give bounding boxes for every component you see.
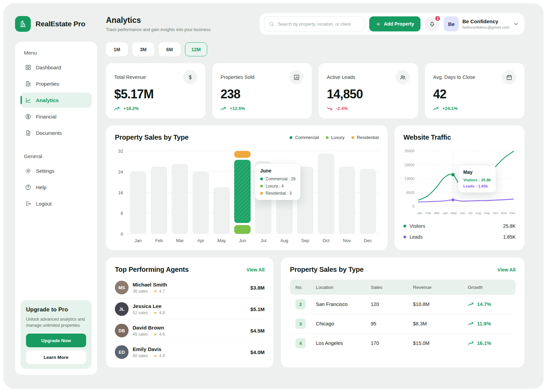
cell-sales: 120 [371,302,413,307]
bar-x-label: Nov [339,238,355,243]
profile-menu[interactable]: Be Be Confidency helloconfidenc@gmail.co… [444,16,520,31]
bar-may[interactable] [213,151,230,234]
bar-chart-y-axis: 08162432 [115,151,127,234]
traffic-x-label: Jan [417,211,422,215]
sidebar-item-label: Help [36,184,46,190]
bar-value[interactable] [339,167,355,234]
bar-x-label: Oct [318,238,334,243]
bar-apr[interactable] [192,151,209,234]
bar-value[interactable] [360,169,376,234]
bar-jun[interactable] [234,151,251,234]
cell-sales: 95 [371,321,413,326]
residential-segment[interactable] [234,151,251,158]
cell-sales: 170 [371,340,413,346]
table-row[interactable]: 2 San Francisco 120 $10.8M 14.7% [290,295,516,314]
kpi-label: Active Leads [327,74,355,80]
sidebar-item-help[interactable]: Help [21,180,92,195]
bar-value[interactable] [172,164,188,234]
bar-value[interactable] [318,154,334,234]
range-chip-3m[interactable]: 3M [132,42,154,56]
sidebar-item-dashboard[interactable]: Dashboard [21,60,92,75]
row-number-badge: 3 [295,319,306,329]
bar-dec[interactable] [360,151,376,234]
upgrade-card: Upgrade to Pro Unlock advanced analytics… [21,300,92,369]
sidebar-item-analytics[interactable]: Analytics [21,93,92,108]
app-window: RealEstate Pro Analytics Track performan… [3,3,544,389]
chart-title: Website Traffic [403,134,451,141]
traffic-x-label: Jun [460,211,465,215]
traffic-x-label: Sep [484,211,490,215]
bar-value[interactable] [192,172,209,234]
range-chip-1m[interactable]: 1M [106,42,128,56]
chevron-down-icon [513,21,519,27]
star-icon: ★ [154,310,157,315]
notifications-button[interactable]: 2 [425,16,440,31]
bar-nov[interactable] [339,151,355,234]
y-tick: 24 [118,169,123,174]
building-icon [25,81,31,87]
bar-value[interactable] [151,167,167,234]
traffic-y-tick: 0 [412,204,414,208]
kpi-active-leads: Active Leads 14,850 -2.4% [319,63,418,118]
agents-view-all-link[interactable]: View All [246,267,265,272]
row-number-badge: 4 [295,338,306,348]
kpi-value: $5.17M [114,87,197,101]
sidebar-item-logout[interactable]: Logout [21,196,92,211]
top-agents-card: Top Performing Agents View All MS Michae… [106,257,274,367]
bar-oct[interactable] [318,151,334,234]
commercial-dot [290,136,292,139]
sidebar-item-settings[interactable]: Settings [21,163,92,178]
page-subtitle: Track performance and gain insights into… [106,27,260,32]
traffic-y-tick: 26000 [404,149,414,153]
legend-visitors: Visitors 25.8K [403,221,516,232]
y-tick: 32 [118,149,123,154]
agent-avatar: DB [115,324,129,337]
sidebar-item-label: Properties [36,81,59,87]
luxury-segment[interactable] [234,225,251,234]
plus-icon [376,22,381,27]
table-row[interactable]: 4 Los Angeles 170 $15.0M 16.1% [290,334,516,353]
agent-meta: 52 sales·★4.8 [133,310,165,315]
traffic-y-tick: 19500 [404,163,414,167]
sidebar-item-label: Dashboard [36,65,61,70]
upgrade-now-button[interactable]: Upgrade Now [26,334,86,347]
range-chip-12m[interactable]: 12M [185,42,207,56]
agent-avatar: MS [115,281,129,294]
bar-value[interactable] [130,172,146,234]
trend-up-icon [221,107,227,111]
grid-icon [25,64,31,71]
kpi-avg-days-to-close: Avg. Days to Close 42 +24.1% [425,63,524,118]
bar-value[interactable] [213,187,230,234]
search-box[interactable] [264,16,365,31]
commercial-segment[interactable] [234,160,251,223]
traffic-x-label: Nov [501,211,507,215]
agent-amount: $3.8M [250,285,265,291]
agent-row[interactable]: ED Emily Davis 40 sales·★4.9 $4.0M [115,341,265,363]
agent-row[interactable]: DB David Brown 45 sales·★4.6 $4.5M [115,320,265,341]
bar-x-label: Feb [151,238,167,243]
agent-row[interactable]: MS Michael Smith 36 sales·★4.7 $3.8M [115,277,265,298]
search-input[interactable] [278,22,360,27]
table-row[interactable]: 3 Chicago 95 $8.3M 11.9% [290,314,516,334]
sidebar-item-documents[interactable]: Documents [21,125,92,140]
agent-name: Jessica Lee [133,303,165,309]
add-property-button[interactable]: Add Property [369,16,421,31]
agent-name: Emily Davis [133,346,165,352]
agent-row[interactable]: JL Jessica Lee 52 sales·★4.8 $5.1M [115,298,265,320]
bar-mar[interactable] [172,151,188,234]
bar-jan[interactable] [130,151,146,234]
traffic-x-label: Apr [443,211,448,215]
bar-feb[interactable] [151,151,167,234]
sidebar-item-financial[interactable]: Financial [21,109,92,124]
learn-more-button[interactable]: Learn More [26,350,86,364]
kpi-trend: +12.5% [221,106,304,111]
range-chip-6m[interactable]: 6M [159,42,181,56]
people-icon [396,70,410,84]
sidebar-item-properties[interactable]: Properties [21,76,92,91]
bar-chart-tooltip: June Commercial : 28 Luxury : 4 Resident… [255,164,301,200]
trend-up-icon [468,341,474,345]
sidebar-menu-label: Menu [21,48,92,60]
tooltip-visitors: Visitors : 25.8k [463,178,491,182]
star-icon: ★ [154,353,157,358]
table-view-all-link[interactable]: View All [497,267,516,272]
